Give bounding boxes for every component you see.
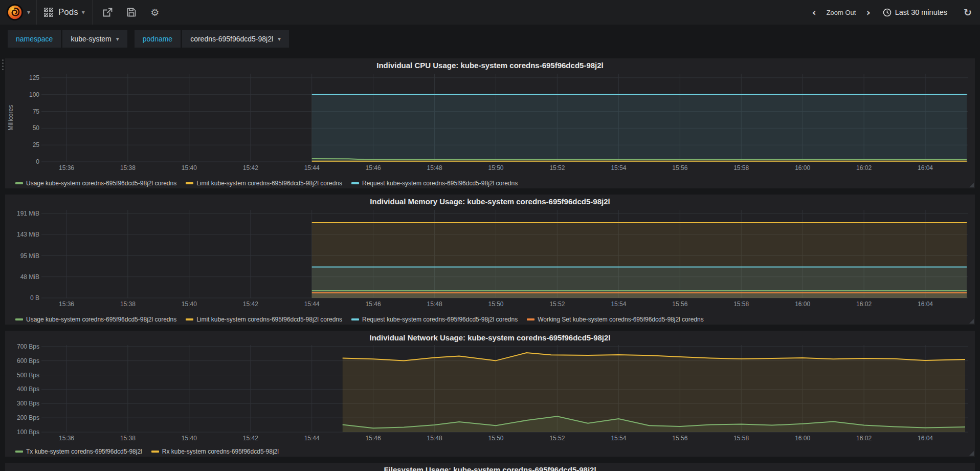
legend-label: Usage kube-system coredns-695f96dcd5-98j… xyxy=(26,180,176,187)
svg-text:15:36: 15:36 xyxy=(59,435,74,442)
save-icon xyxy=(127,8,136,17)
share-button[interactable] xyxy=(102,6,114,18)
svg-text:15:54: 15:54 xyxy=(611,435,626,442)
legend-item[interactable]: Limit kube-system coredns-695f96dcd5-98j… xyxy=(186,180,342,187)
time-shift-right-button[interactable]: › xyxy=(863,7,873,17)
svg-text:200 Bps: 200 Bps xyxy=(17,414,39,421)
legend-item[interactable]: Working Set kube-system coredns-695f96dc… xyxy=(527,316,704,323)
svg-text:16:04: 16:04 xyxy=(918,164,933,172)
svg-text:600 Bps: 600 Bps xyxy=(17,357,39,365)
svg-text:15:52: 15:52 xyxy=(549,435,565,442)
legend-swatch xyxy=(15,182,23,184)
svg-text:15:52: 15:52 xyxy=(549,164,565,172)
panel-resize-handle[interactable] xyxy=(969,183,974,187)
svg-text:143 MiB: 143 MiB xyxy=(17,231,39,238)
settings-button[interactable]: ⚙ xyxy=(149,6,161,18)
legend-swatch xyxy=(151,451,159,453)
template-variables-bar: namespace kube-system ▾ podname coredns-… xyxy=(0,25,980,52)
svg-text:16:00: 16:00 xyxy=(795,435,810,442)
svg-text:15:40: 15:40 xyxy=(182,301,197,308)
grafana-menu-button[interactable]: ▾ xyxy=(0,0,37,25)
variable-podname-dropdown[interactable]: coredns-695f96dcd5-98j2l ▾ xyxy=(182,30,289,48)
svg-text:Millicores: Millicores xyxy=(7,105,14,131)
svg-text:15:56: 15:56 xyxy=(672,435,687,442)
panel-title-text: Individual CPU Usage: kube-system coredn… xyxy=(376,61,604,70)
panel-drag-handle[interactable] xyxy=(1,58,5,71)
panel-title-network[interactable]: Individual Network Usage: kube-system co… xyxy=(5,331,975,344)
panel-title-filesystem[interactable]: Filesystem Usage: kube-system coredns-69… xyxy=(5,463,975,471)
chevron-down-icon: ▾ xyxy=(27,9,30,16)
chevron-down-icon: ▾ xyxy=(116,35,119,42)
svg-text:15:48: 15:48 xyxy=(427,301,442,308)
svg-text:15:38: 15:38 xyxy=(120,435,136,442)
svg-text:16:00: 16:00 xyxy=(795,164,810,172)
time-shift-left-button[interactable]: ‹ xyxy=(809,7,819,17)
legend-item[interactable]: Request kube-system coredns-695f96dcd5-9… xyxy=(351,316,518,323)
svg-text:15:50: 15:50 xyxy=(488,435,503,442)
chart-legend: Usage kube-system coredns-695f96dcd5-98j… xyxy=(5,177,975,188)
svg-text:25: 25 xyxy=(33,141,40,148)
refresh-button[interactable]: ↻ xyxy=(964,8,972,17)
legend-swatch xyxy=(351,182,359,184)
panel-title-memory[interactable]: Individual Memory Usage: kube-system cor… xyxy=(5,195,975,208)
svg-text:500 Bps: 500 Bps xyxy=(17,372,39,379)
dashboard-picker-button[interactable]: Pods ▾ xyxy=(37,0,93,25)
svg-text:15:56: 15:56 xyxy=(672,164,687,172)
legend-label: Limit kube-system coredns-695f96dcd5-98j… xyxy=(196,180,342,187)
variable-namespace-label: namespace xyxy=(8,30,61,48)
svg-text:16:02: 16:02 xyxy=(856,435,872,442)
chart-legend: Usage kube-system coredns-695f96dcd5-98j… xyxy=(5,313,975,325)
legend-swatch xyxy=(15,451,23,453)
svg-text:15:38: 15:38 xyxy=(120,164,136,172)
dashboard-grid: Individual CPU Usage: kube-system coredn… xyxy=(0,52,980,471)
network-usage-chart[interactable]: 15:3615:3815:4015:4215:4415:4615:4815:50… xyxy=(5,344,975,445)
svg-text:95 MiB: 95 MiB xyxy=(20,252,39,260)
legend-swatch xyxy=(351,318,359,320)
legend-item[interactable]: Limit kube-system coredns-695f96dcd5-98j… xyxy=(186,316,342,323)
svg-text:15:48: 15:48 xyxy=(427,164,442,172)
gear-icon: ⚙ xyxy=(150,8,159,17)
svg-text:50: 50 xyxy=(33,124,40,132)
legend-item[interactable]: Usage kube-system coredns-695f96dcd5-98j… xyxy=(15,180,176,187)
chevron-down-icon: ▾ xyxy=(278,35,281,42)
panel-resize-handle[interactable] xyxy=(969,319,974,324)
save-button[interactable] xyxy=(125,6,138,18)
legend-label: Usage kube-system coredns-695f96dcd5-98j… xyxy=(26,316,176,323)
panel-memory-usage: Individual Memory Usage: kube-system cor… xyxy=(5,195,975,325)
refresh-icon: ↻ xyxy=(964,7,972,18)
svg-text:15:46: 15:46 xyxy=(366,164,381,172)
legend-swatch xyxy=(186,318,193,320)
svg-text:700 Bps: 700 Bps xyxy=(17,344,39,350)
chevron-right-icon: › xyxy=(866,6,870,18)
svg-text:16:02: 16:02 xyxy=(856,301,872,308)
cpu-usage-chart[interactable]: 15:3615:3815:4015:4215:4415:4615:4815:50… xyxy=(5,72,975,177)
legend-item[interactable]: Tx kube-system coredns-695f96dcd5-98j2l xyxy=(15,448,142,455)
time-range-picker[interactable]: Last 30 minutes xyxy=(879,8,951,17)
memory-usage-chart[interactable]: 15:3615:3815:4015:4215:4415:4615:4815:50… xyxy=(5,208,975,313)
panel-title-cpu[interactable]: Individual CPU Usage: kube-system coredn… xyxy=(5,58,975,72)
svg-text:16:02: 16:02 xyxy=(856,164,872,172)
svg-text:15:42: 15:42 xyxy=(243,164,258,172)
svg-text:15:54: 15:54 xyxy=(611,164,626,172)
svg-text:15:58: 15:58 xyxy=(733,164,749,172)
svg-text:15:36: 15:36 xyxy=(59,164,74,172)
legend-item[interactable]: Usage kube-system coredns-695f96dcd5-98j… xyxy=(15,316,176,323)
legend-label: Request kube-system coredns-695f96dcd5-9… xyxy=(362,180,518,187)
panel-filesystem-usage: Filesystem Usage: kube-system coredns-69… xyxy=(5,463,975,471)
legend-item[interactable]: Request kube-system coredns-695f96dcd5-9… xyxy=(351,180,518,187)
legend-item[interactable]: Rx kube-system coredns-695f96dcd5-98j2l xyxy=(151,448,279,455)
svg-text:191 MiB: 191 MiB xyxy=(17,210,39,217)
variable-namespace: namespace kube-system ▾ xyxy=(8,30,127,48)
legend-label: Working Set kube-system coredns-695f96dc… xyxy=(538,316,704,323)
panel-resize-handle[interactable] xyxy=(969,451,974,456)
svg-text:0 B: 0 B xyxy=(30,294,39,302)
svg-text:15:36: 15:36 xyxy=(59,301,74,308)
dashboard-grid-icon xyxy=(44,8,53,17)
svg-text:15:48: 15:48 xyxy=(427,435,442,442)
zoom-out-button[interactable]: Zoom Out xyxy=(825,9,858,16)
variable-namespace-dropdown[interactable]: kube-system ▾ xyxy=(62,30,127,48)
svg-text:15:40: 15:40 xyxy=(182,164,197,172)
legend-swatch xyxy=(186,182,193,184)
share-icon xyxy=(103,8,113,17)
navbar: ▾ Pods ▾ ⚙ ‹ Zoom Out › xyxy=(0,0,980,25)
